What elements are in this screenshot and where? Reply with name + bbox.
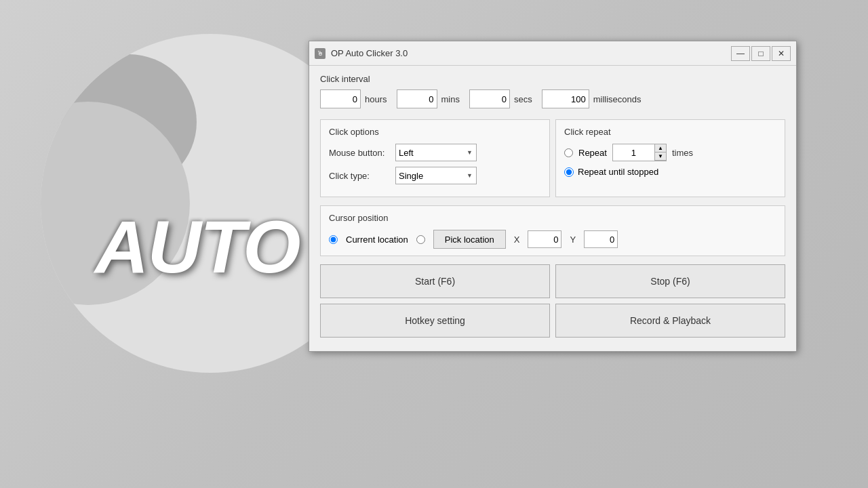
app-icon: 🖱: [315, 48, 326, 59]
repeat-until-row: Repeat until stopped: [564, 167, 776, 177]
secs-input[interactable]: [469, 89, 510, 108]
repeat-times-row: Repeat 1 ▲ ▼ times: [564, 144, 776, 161]
hours-unit: hours: [365, 94, 387, 104]
spinner-up[interactable]: ▲: [655, 144, 666, 152]
repeat-value: 1: [613, 144, 654, 161]
current-location-radio[interactable]: [329, 235, 338, 244]
repeat-spinner-wrapper: 1 ▲ ▼: [612, 144, 667, 161]
mins-input[interactable]: [397, 89, 437, 108]
click-options-panel: Click options Mouse button: Left Right M…: [320, 119, 550, 197]
maximize-button[interactable]: □: [751, 46, 770, 61]
record-playback-button[interactable]: Record & Playback: [555, 304, 785, 338]
times-label: times: [672, 148, 693, 158]
mouse-button-dropdown-wrapper[interactable]: Left Right Middle: [395, 144, 477, 161]
repeat-until-radio[interactable]: [564, 167, 574, 177]
x-input[interactable]: [528, 230, 561, 248]
click-repeat-panel: Click repeat Repeat 1 ▲ ▼ times R: [555, 119, 785, 197]
main-dialog: 🖱 OP Auto Clicker 3.0 — □ ✕ Click interv…: [309, 41, 797, 352]
mouse-button-select[interactable]: Left Right Middle: [395, 144, 477, 161]
pick-location-radio[interactable]: [416, 235, 425, 244]
click-interval-label: Click interval: [320, 74, 785, 84]
click-repeat-title: Click repeat: [564, 127, 776, 137]
mins-unit: mins: [441, 94, 460, 104]
cursor-position-title: Cursor position: [329, 213, 776, 223]
close-button[interactable]: ✕: [772, 46, 791, 61]
title-bar: 🖱 OP Auto Clicker 3.0 — □ ✕: [309, 41, 796, 66]
x-label: X: [514, 235, 520, 245]
spinner-down[interactable]: ▼: [655, 152, 666, 161]
window-title: OP Auto Clicker 3.0: [331, 48, 408, 58]
ms-unit: milliseconds: [593, 94, 642, 104]
repeat-radio[interactable]: [564, 148, 573, 157]
title-bar-left: 🖱 OP Auto Clicker 3.0: [315, 48, 408, 59]
start-button[interactable]: Start (F6): [320, 264, 550, 298]
click-options-title: Click options: [329, 127, 541, 137]
window-controls: — □ ✕: [731, 46, 791, 61]
start-stop-row: Start (F6) Stop (F6): [320, 264, 785, 298]
cursor-position-panel: Cursor position Current location Pick lo…: [320, 205, 785, 256]
options-repeat-row: Click options Mouse button: Left Right M…: [320, 119, 785, 197]
mouse-icon: 🖱: [317, 49, 323, 57]
secs-unit: secs: [514, 94, 532, 104]
click-type-select[interactable]: Single Double: [395, 167, 477, 184]
dialog-content: Click interval hours mins secs milliseco…: [309, 66, 796, 351]
hotkey-button[interactable]: Hotkey setting: [320, 304, 550, 338]
spinner: ▲ ▼: [654, 144, 666, 161]
minimize-button[interactable]: —: [731, 46, 750, 61]
mouse-button-label: Mouse button:: [329, 148, 390, 158]
click-type-label: Click type:: [329, 171, 390, 181]
ms-input[interactable]: [542, 89, 589, 108]
cursor-row: Current location Pick location X Y: [329, 230, 776, 249]
hours-input[interactable]: [320, 89, 361, 108]
click-type-row: Click type: Single Double: [329, 167, 541, 184]
y-input[interactable]: [584, 230, 618, 248]
repeat-label: Repeat: [578, 148, 607, 158]
y-label: Y: [570, 235, 576, 245]
hotkey-record-row: Hotkey setting Record & Playback: [320, 304, 785, 338]
mouse-button-row: Mouse button: Left Right Middle: [329, 144, 541, 161]
pick-location-button[interactable]: Pick location: [433, 230, 506, 249]
current-location-label: Current location: [346, 235, 408, 245]
interval-row: hours mins secs milliseconds: [320, 89, 785, 108]
click-type-dropdown-wrapper[interactable]: Single Double: [395, 167, 477, 184]
stop-button[interactable]: Stop (F6): [555, 264, 785, 298]
repeat-until-label: Repeat until stopped: [578, 167, 658, 177]
